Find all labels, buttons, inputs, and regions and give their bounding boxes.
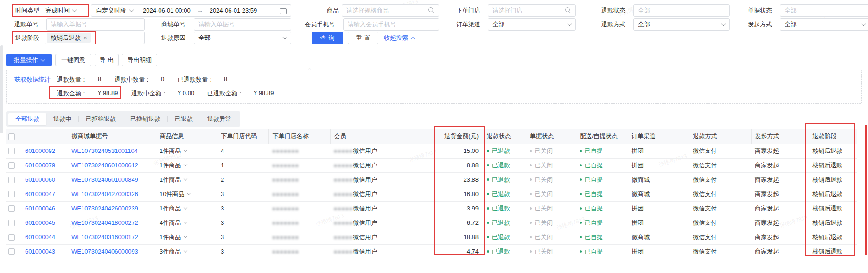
- order-id-link[interactable]: 601000043: [25, 248, 55, 255]
- masked-store-name: ●●●●●●●: [272, 205, 299, 212]
- doc-status-input[interactable]: 全部: [780, 4, 868, 17]
- store-code-header: 下单门店代码: [217, 129, 268, 144]
- order-id-link[interactable]: 601000079: [25, 162, 55, 169]
- row-checkbox[interactable]: [8, 248, 15, 255]
- initiator-cell: 商家发起: [751, 158, 809, 172]
- we-no-link[interactable]: WE10730240426000239: [71, 205, 138, 212]
- stage-cell: 核销后退款: [809, 201, 857, 216]
- delivery-status-header: 配送/自提状态: [576, 129, 628, 144]
- items-dropdown[interactable]: 1件商品: [160, 147, 187, 154]
- chevron-down-icon: [184, 220, 187, 223]
- items-dropdown[interactable]: 1件商品: [160, 234, 187, 241]
- table-row: 601000060 WE10730240601000849 1件商品 2 ●●●…: [6, 172, 857, 187]
- we-no-link[interactable]: WE10730240406000093: [71, 248, 138, 255]
- masked-member-name: ●●●●●: [334, 205, 353, 212]
- order-channel-label: 订单渠道: [456, 18, 480, 31]
- initiator-cell: 商家发起: [751, 230, 809, 244]
- row-checkbox[interactable]: [8, 162, 15, 169]
- row-checkbox[interactable]: [8, 177, 15, 183]
- refund-status-cell: 已退款: [483, 216, 526, 230]
- date-end: 2024-06-01 23:59: [210, 7, 257, 14]
- amount-cell: 6.72: [435, 216, 483, 230]
- member-cell: ●●●●●微信用户: [330, 216, 435, 230]
- store-name-cell: ●●●●●●●: [268, 230, 330, 244]
- doc-status-cell: 已关闭: [526, 216, 576, 230]
- refund-status-input[interactable]: 全部: [633, 4, 730, 17]
- row-checkbox[interactable]: [8, 148, 15, 154]
- fetch-stats-link[interactable]: 获取数据统计: [14, 76, 51, 84]
- we-no-link[interactable]: WE10730240316000172: [71, 234, 138, 241]
- tab-abnormal[interactable]: 退款异常: [200, 113, 238, 125]
- product-input[interactable]: 请选择规格商品: [342, 4, 439, 17]
- we-no-link[interactable]: WE10730240418000272: [71, 219, 138, 226]
- collapse-search-link[interactable]: 收起搜索: [384, 32, 415, 44]
- product-label: 商品: [327, 4, 339, 17]
- we-no-link[interactable]: WE10730240601000849: [71, 176, 138, 183]
- initiate-method-select[interactable]: 全部: [780, 18, 868, 31]
- order-id-link[interactable]: 601000045: [25, 219, 55, 226]
- row-checkbox[interactable]: [8, 191, 15, 197]
- items-dropdown[interactable]: 1件商品: [160, 162, 187, 169]
- items-dropdown[interactable]: 1件商品: [160, 205, 187, 212]
- chevron-down-icon: [129, 7, 134, 12]
- we-no-link[interactable]: WE10730240531001104: [71, 147, 138, 154]
- date-start: 2024-06-01 00:00: [143, 7, 191, 14]
- row-checkbox[interactable]: [8, 220, 15, 226]
- chevron-down-icon: [283, 35, 287, 39]
- calendar-icon[interactable]: [280, 7, 286, 14]
- tab-refunding[interactable]: 退款中: [46, 113, 78, 125]
- we-no-link[interactable]: WE10730240427000326: [71, 190, 138, 197]
- date-range-input[interactable]: 2024-06-01 00:00 → 2024-06-01 23:59: [138, 7, 291, 14]
- one-click-agree-button[interactable]: 一键同意: [55, 54, 91, 66]
- mall-no-input[interactable]: 请输入单据号: [194, 18, 291, 31]
- order-id-link[interactable]: 601000044: [25, 234, 55, 241]
- status-dot: [580, 150, 582, 152]
- select-all-checkbox[interactable]: [8, 133, 15, 140]
- chevron-down-icon: [862, 21, 866, 26]
- search-button[interactable]: 查询: [312, 32, 343, 44]
- doc-status-cell: 已关闭: [526, 244, 576, 259]
- row-checkbox[interactable]: [8, 234, 15, 241]
- reset-button[interactable]: 重置: [348, 32, 378, 44]
- tab-rejected[interactable]: 已拒绝退款: [79, 113, 123, 125]
- items-dropdown[interactable]: 3件商品: [160, 248, 187, 255]
- tab-cancelled[interactable]: 已撤销退款: [123, 113, 167, 125]
- order-store-input[interactable]: 请选择门店: [488, 4, 576, 17]
- time-type-select[interactable]: 完成时间: [45, 4, 76, 17]
- period-select[interactable]: 自定义时段: [91, 6, 138, 15]
- export-detail-button[interactable]: 导出明细: [122, 54, 157, 66]
- refund-method-select[interactable]: 全部: [633, 18, 730, 31]
- export-button[interactable]: 导出: [95, 54, 119, 66]
- store-code-cell: 2: [217, 172, 268, 187]
- order-id-link[interactable]: 601000060: [25, 176, 55, 183]
- tab-all-refunds[interactable]: 全部退款: [8, 113, 46, 125]
- tab-refunded[interactable]: 已退款: [168, 113, 200, 125]
- initiator-cell: 商家发起: [751, 172, 809, 187]
- refund-stage-input[interactable]: 核销后退款 ×: [45, 32, 145, 44]
- order-id-link[interactable]: 601000092: [25, 147, 55, 154]
- amount-cell: 3.99: [435, 201, 483, 216]
- we-no-link[interactable]: WE10730240601000612: [71, 162, 138, 169]
- order-id-link[interactable]: 601000046: [25, 205, 55, 212]
- items-dropdown[interactable]: 1件商品: [160, 176, 187, 183]
- order-channel-select[interactable]: 全部: [488, 18, 576, 31]
- member-phone-input[interactable]: 请输入会员手机号: [343, 18, 439, 31]
- delivery-status-cell: 已自提: [576, 230, 628, 244]
- refund-status-cell: 已退款: [483, 201, 526, 216]
- row-checkbox[interactable]: [8, 205, 15, 212]
- items-dropdown[interactable]: 4件商品: [160, 219, 187, 226]
- store-name-cell: ●●●●●●●: [268, 172, 330, 187]
- order-id-link[interactable]: 601000047: [25, 190, 55, 197]
- items-dropdown[interactable]: 10件商品: [160, 190, 190, 197]
- delivery-status-cell: 已自提: [576, 201, 628, 216]
- batch-actions-button[interactable]: 批量操作: [6, 54, 52, 66]
- tag-close-icon[interactable]: ×: [83, 34, 87, 41]
- refund-no-input[interactable]: 请输入单据号: [46, 18, 145, 31]
- method-cell: 微信支付: [689, 230, 751, 244]
- refund-reason-select[interactable]: 全部: [194, 32, 291, 44]
- stage-cell: 核销后退款: [809, 187, 857, 201]
- refund-status-cell: 已退款: [483, 158, 526, 172]
- method-cell: 微信支付: [689, 144, 751, 158]
- member-cell: ●●●●●微信用户: [330, 187, 435, 201]
- left-scrollbar[interactable]: [0, 45, 3, 133]
